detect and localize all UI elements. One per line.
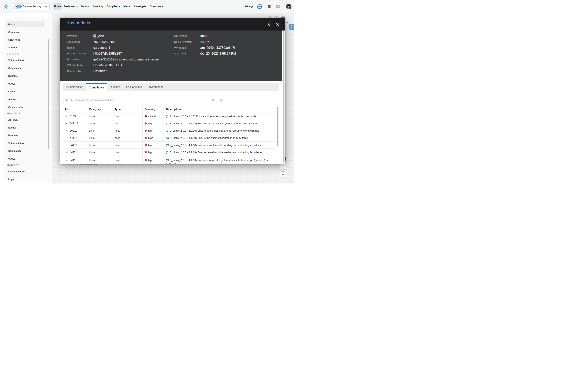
svg-text:AI: AI bbox=[277, 6, 279, 8]
svg-text:78%: 78% bbox=[258, 6, 261, 8]
